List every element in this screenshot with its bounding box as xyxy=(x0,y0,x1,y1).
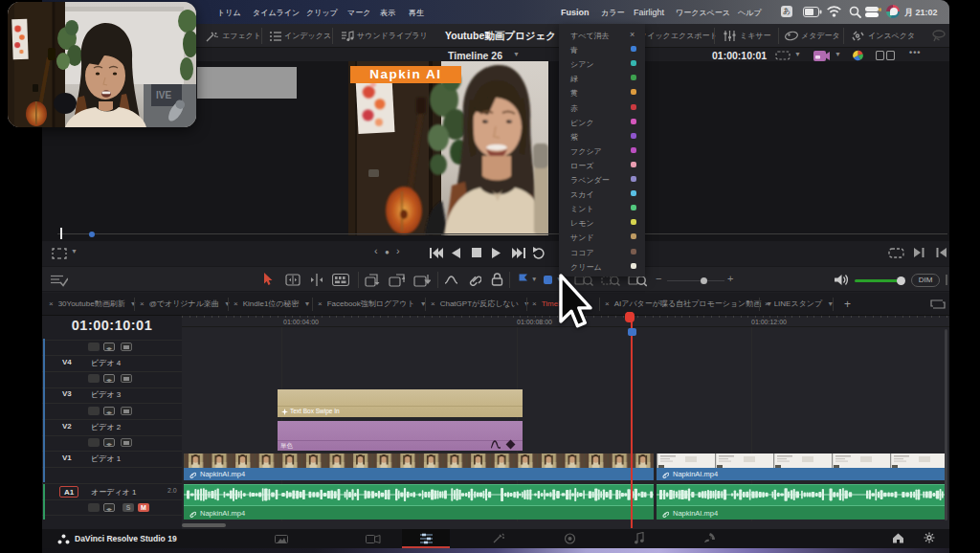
svg-text:IVE: IVE xyxy=(156,90,171,100)
